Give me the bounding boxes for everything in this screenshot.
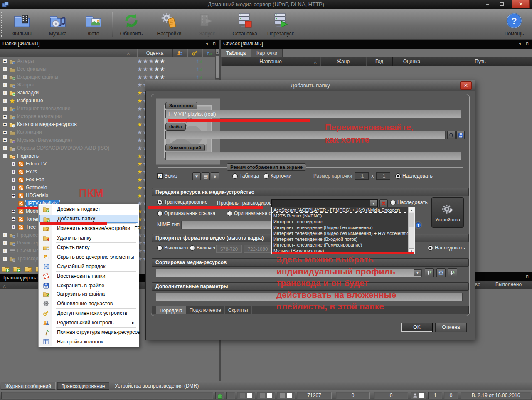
expand-box-icon[interactable]: + [2,257,7,261]
menu-item[interactable]: Скрыть все дочерние элементы [39,253,138,261]
dialog-tab[interactable]: Подключение [186,306,225,314]
dropdown-item[interactable]: Интернет-телевидение (Видео без изменени… [272,230,408,236]
expand-box-icon[interactable]: + [2,146,7,151]
table-radio[interactable] [232,173,238,179]
sort-tree-column-header[interactable] [202,49,216,57]
dropdown-item[interactable]: Интернет-телевидение (Входной поток) [272,236,408,242]
panel-pin-icon[interactable]: ⊓ [526,272,530,281]
thumbnail-load-button[interactable] [202,172,210,180]
thumbnail-checkbox[interactable]: ✓ [157,173,163,179]
scroll-thumb[interactable] [409,213,414,227]
expand-box-icon[interactable]: + [2,59,7,64]
combo-arrow-icon[interactable]: ▼ [414,269,421,276]
expand-box-icon[interactable]: + [2,241,7,245]
display-inherit-radio[interactable] [395,173,401,179]
expand-box-icon[interactable]: + [11,209,16,214]
footer-tab[interactable]: Устройства воспроизведения (DMR) [111,382,203,390]
rating-column-header[interactable]: Оценка [137,49,172,57]
footer-tab[interactable]: Транскодирование [57,382,109,390]
people-column-header[interactable] [172,49,187,57]
card-width-input[interactable] [355,172,369,180]
combo-arrow-icon[interactable]: ▼ [370,200,377,207]
dropdown-item[interactable]: AceStream (ACEPLAYER - FFMPEG) + 16:9 (N… [272,207,408,213]
original-link-radio[interactable] [157,211,163,216]
original-link2-radio[interactable] [227,211,232,216]
menu-item[interactable]: Добавить папку [39,215,138,223]
rating-stars[interactable] [137,74,165,80]
expand-box-icon[interactable]: + [2,138,7,143]
tree-row[interactable]: +Актеры [0,57,215,65]
sort-descending-button[interactable] [448,268,457,277]
clear-profile-button[interactable] [379,199,388,207]
status-colors-cell[interactable] [226,392,235,399]
menu-item[interactable]: Обновление подкастов [39,299,138,308]
expand-box-icon[interactable]: + [11,193,16,198]
expand-box-icon[interactable]: + [2,249,7,253]
expand-box-icon[interactable]: + [2,114,7,119]
minimize-button[interactable]: – [481,0,494,8]
toolbar-button-films[interactable]: Фильмы [4,9,40,39]
restore-button[interactable] [495,0,508,8]
priority-inherit-radio[interactable] [428,245,433,251]
panel-pin-icons[interactable]: ◄ ⊓ [518,40,530,48]
folder-pencil-icon[interactable] [24,264,32,274]
menu-item[interactable]: Восстановить папки [39,272,138,280]
card-height-input[interactable] [376,172,390,180]
panel-pin-icons[interactable]: ◄ ⊓ [205,40,217,48]
thumbnail-default-button[interactable] [192,172,201,180]
expand-box-icon[interactable]: + [2,75,7,79]
rating-stars[interactable] [137,58,165,64]
folder-plus-icon[interactable] [13,264,21,274]
status-puzzle-cell[interactable] [215,392,224,399]
expand-box-icon[interactable]: + [2,83,7,87]
menu-item[interactable]: Удалить папку [39,234,138,242]
list-column-header[interactable]: Путь [431,57,530,66]
expand-box-icon[interactable]: + [11,185,16,190]
file-field-input[interactable] [165,131,446,139]
dropdown-item[interactable]: Интернет-телевидение (Ремуксирование) [272,242,408,248]
expand-box-icon[interactable]: + [2,130,7,135]
cards-radio[interactable] [264,173,269,179]
menu-item[interactable]: Случайный порядок [39,262,138,271]
toolbar-button-music[interactable]: Музыка [40,9,76,39]
dropdown-item[interactable]: Интернет-телевидение [272,219,408,225]
list-tab-table[interactable]: Таблица [221,49,251,57]
footer-tab[interactable]: Журнал сообщений [1,382,56,390]
menu-item[interactable]: Добавить подкаст [39,205,138,213]
expand-box-icon[interactable]: + [2,106,7,111]
toolbar-button-refresh[interactable]: Обновить [113,9,149,39]
sort-ascending-button[interactable] [425,268,434,277]
comment-field-input[interactable] [165,152,461,160]
toolbar-button-restart[interactable]: Перезапуск [263,9,298,39]
expand-box-icon[interactable]: + [2,91,7,95]
list-column-header[interactable]: Жанр [320,57,366,66]
expand-box-icon[interactable]: + [11,225,16,230]
scroll-up-icon[interactable]: ▲ [409,207,414,212]
list-column-header[interactable]: Название [221,57,320,66]
transcoding-radio[interactable] [157,200,163,205]
key-column-header[interactable] [187,49,202,57]
toolbar-button-settings[interactable]: Настройки [151,9,187,39]
list-tab-cards[interactable]: Карточки [251,49,283,57]
mime-help-button[interactable]: ? [414,221,422,229]
expand-box-icon[interactable]: + [11,170,16,174]
dropdown-item[interactable]: Интернет-телевидение (Видео без изменени… [272,225,408,230]
priority-off-radio[interactable] [157,245,163,251]
transfer-inherit-radio[interactable] [390,200,396,205]
dropdown-scrollbar[interactable]: ▲ ▼ [408,207,414,254]
folder-plus-icon[interactable] [2,264,10,274]
expand-box-icon[interactable]: + [11,162,16,166]
title-field-input[interactable] [165,110,461,118]
cancel-button[interactable]: Отмена [435,323,467,332]
menu-item[interactable]: Сохранить в файле [39,281,138,290]
menu-item[interactable]: Изменить название/настройкиF2 [39,224,138,232]
dialog-tab[interactable]: Скрипты [225,306,252,314]
menu-item[interactable]: Скрыть папку [39,243,138,252]
menu-item[interactable]: Родительский контроль [39,319,138,327]
transcoding-profile-combobox[interactable]: ▼ [271,199,378,207]
sort-grid-button[interactable] [436,268,446,277]
dropdown-item[interactable]: M2TS Remux (NVENC) [272,213,408,219]
devices-button[interactable]: Устройства [431,197,464,228]
browse-file-button[interactable] [447,131,456,139]
menu-item[interactable]: Настройка колонок [39,338,138,346]
